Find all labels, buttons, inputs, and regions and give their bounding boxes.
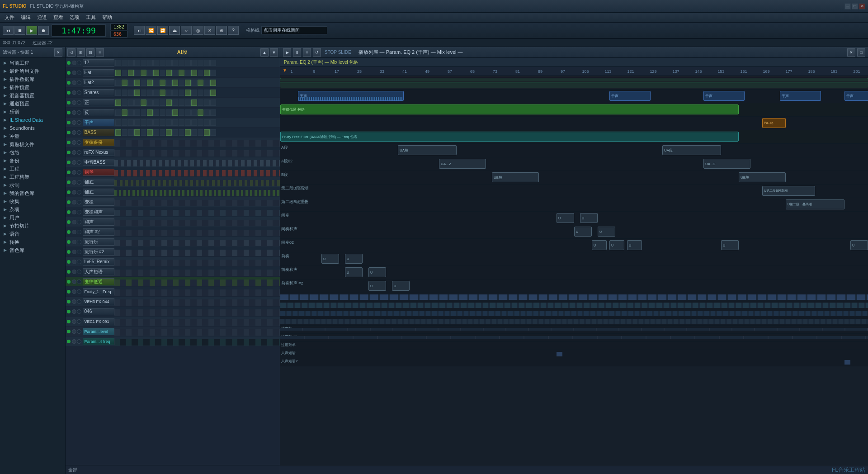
pad[interactable] [198, 60, 203, 66]
maximize-button[interactable]: □ [852, 3, 858, 9]
transport-btn-4[interactable]: ⏏ [169, 26, 180, 35]
pad[interactable] [147, 70, 153, 76]
track-clip-qzhs-1[interactable]: U [345, 267, 363, 277]
pad[interactable] [128, 109, 134, 116]
pad[interactable] [147, 129, 153, 136]
pad[interactable] [166, 100, 172, 106]
pad[interactable] [134, 119, 140, 126]
pad[interactable] [147, 100, 153, 106]
minimize-button[interactable]: ─ [844, 3, 851, 9]
channel-name[interactable]: Param...level [83, 328, 114, 335]
sidebar-item-clipboard[interactable]: ▶ 剪贴板文件 [0, 140, 65, 148]
pad[interactable] [204, 119, 210, 126]
channel-name[interactable]: Hat2 [83, 79, 114, 86]
sidebar-item-soundfonts[interactable]: ▶ Soundfonts [0, 124, 65, 132]
channel-led[interactable] [67, 310, 71, 313]
pad[interactable] [191, 80, 197, 86]
pad[interactable] [172, 70, 178, 76]
ch-mute-btn[interactable] [72, 130, 76, 135]
channel-led[interactable] [67, 320, 71, 323]
pad[interactable] [134, 90, 140, 96]
pad[interactable] [141, 90, 146, 96]
ch-solo-btn[interactable] [77, 280, 81, 284]
ch-solo-btn[interactable] [77, 160, 81, 165]
channel-name[interactable]: 中音BASS [83, 159, 114, 166]
pad[interactable] [185, 119, 191, 126]
track-content[interactable]: U U [280, 280, 868, 293]
sidebar-item-il-shared-data[interactable]: ▶ IL Shared Data [0, 116, 65, 124]
channel-led[interactable] [67, 240, 71, 244]
sidebar-item-my-sounds[interactable]: ▶ 我的音色库 [0, 189, 65, 197]
pl-max-btn[interactable]: □ [857, 48, 865, 57]
pad[interactable] [185, 109, 191, 116]
play-button[interactable]: ▶ [26, 26, 37, 35]
sidebar-item-mixer-presets[interactable]: ▶ 混音器预置 [0, 91, 65, 100]
pad[interactable] [115, 90, 121, 96]
pad[interactable] [191, 70, 197, 76]
track-clip-pa[interactable]: Pa...络 [762, 118, 786, 128]
pad[interactable] [185, 60, 191, 66]
pad[interactable] [122, 129, 127, 136]
ch-mute-btn[interactable] [72, 200, 76, 204]
pad[interactable] [134, 60, 140, 66]
pad[interactable] [204, 129, 210, 136]
pad[interactable] [115, 129, 121, 136]
track-clip-qzhs2-1[interactable]: U [368, 281, 386, 291]
pad[interactable] [191, 90, 197, 96]
pad[interactable] [179, 129, 184, 136]
channel-led[interactable] [67, 171, 71, 174]
track-content[interactable] [280, 293, 868, 301]
channel-led[interactable] [67, 151, 71, 154]
pad[interactable] [122, 90, 127, 96]
track-clip-dry-vocal-3[interactable]: 干声 [703, 91, 745, 101]
channel-led[interactable] [67, 190, 71, 194]
pad[interactable] [179, 90, 184, 96]
pad[interactable] [172, 109, 178, 116]
track-content[interactable]: U第二段B段高潮 [280, 185, 868, 198]
pad[interactable] [153, 119, 159, 126]
pad[interactable] [128, 100, 134, 106]
track-content[interactable] [280, 350, 868, 358]
channel-led[interactable] [67, 161, 71, 164]
channel-name[interactable]: BASS [83, 129, 114, 136]
pad[interactable] [134, 70, 140, 76]
pl-btn-loop[interactable]: ↺ [313, 48, 321, 57]
ch-solo-btn[interactable] [77, 309, 81, 314]
sidebar-item-beat-slices[interactable]: ▶ 节拍切片 [0, 222, 65, 230]
track-content[interactable] [280, 318, 868, 325]
pad[interactable] [115, 100, 121, 106]
ch-mute-btn[interactable] [72, 180, 76, 185]
track-clip-lowpass[interactable]: 变律低通 包络 [280, 104, 739, 114]
ch-mute-btn[interactable] [72, 100, 76, 105]
pad[interactable] [160, 90, 165, 96]
sidebar-item-plugin-db[interactable]: ▶ 插件数据库 [0, 75, 65, 83]
pad[interactable] [191, 60, 197, 66]
ch-solo-btn[interactable] [77, 200, 81, 204]
ch-mute-btn[interactable] [72, 160, 76, 165]
pad[interactable] [179, 60, 184, 66]
channel-name[interactable]: 变律 [83, 199, 114, 206]
track-content[interactable] [280, 334, 868, 341]
pad[interactable] [122, 100, 127, 106]
pl-close-btn[interactable]: ✕ [847, 48, 855, 57]
ch-mute-btn[interactable] [72, 270, 76, 274]
pad[interactable] [115, 60, 121, 66]
sidebar-item-plugin-presets[interactable]: ▶ 插件预置 [0, 83, 65, 91]
channel-name[interactable]: 流行乐 [83, 238, 114, 246]
pad[interactable] [179, 100, 184, 106]
ch-solo-btn[interactable] [77, 180, 81, 185]
ch-header-btn-2[interactable]: ⊞ [77, 48, 85, 57]
channel-name[interactable]: 钢琴 [83, 169, 114, 176]
ch-mute-btn[interactable] [72, 170, 76, 175]
pad[interactable] [128, 90, 134, 96]
ch-mute-btn[interactable] [72, 260, 76, 264]
sidebar-item-recent-files[interactable]: ▶ 最近所用文件 [0, 67, 65, 75]
track-content[interactable]: U U [280, 225, 868, 238]
pad[interactable] [153, 109, 159, 116]
track-clip-qz-2[interactable]: U [345, 254, 363, 264]
channel-led[interactable] [67, 131, 71, 134]
pad[interactable] [160, 119, 165, 126]
ch-mute-btn[interactable] [72, 250, 76, 254]
pad[interactable] [160, 129, 165, 136]
pad[interactable] [198, 129, 203, 136]
